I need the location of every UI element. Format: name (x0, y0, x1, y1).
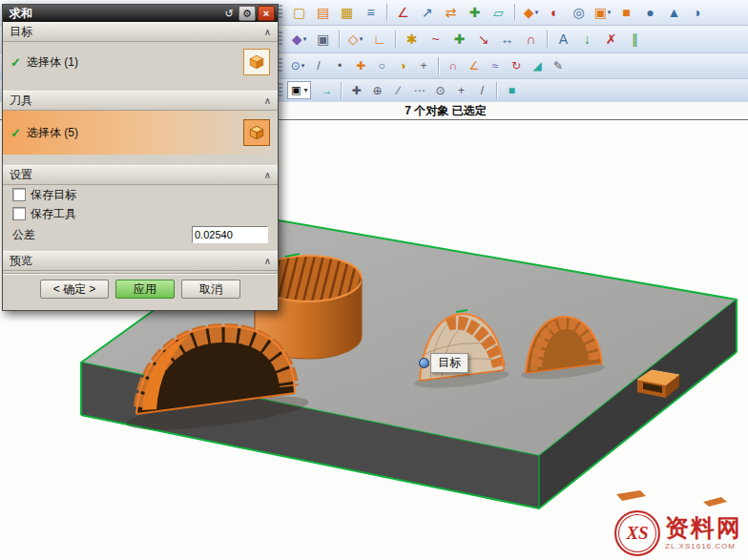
collapse-icon[interactable]: ∧ (264, 95, 271, 106)
collapse-icon[interactable]: ∧ (264, 27, 271, 37)
arc-center-icon[interactable]: ○ (372, 57, 391, 74)
ellipsis-icon[interactable]: ⋯ (409, 82, 428, 99)
arrow-curve-icon[interactable]: ↘ (472, 30, 494, 50)
mirror-curve-icon[interactable]: ↔ (496, 30, 518, 50)
snap-point-icon[interactable]: ⊙▾ (288, 57, 307, 74)
bridge-curve-icon[interactable]: ∩ (520, 30, 542, 50)
group-header-tool[interactable]: 刀具 ∧ (3, 91, 278, 111)
plus-snap-icon[interactable]: + (451, 82, 470, 99)
selection-filter-dropdown[interactable]: ▣ ▾ (287, 81, 311, 99)
toolbar-separator (496, 82, 497, 99)
move-handles-icon[interactable]: ✚ (346, 82, 365, 99)
close-icon[interactable]: × (258, 6, 275, 21)
snap-point-marker (419, 358, 429, 368)
datum-plane-icon[interactable]: ▱ (488, 3, 509, 23)
target-select-row[interactable]: ✓ 选择体 (1) (3, 42, 278, 82)
toolbar-separator (514, 4, 515, 21)
spline-icon[interactable]: ~ (425, 30, 447, 50)
group-label: 设置 (10, 167, 264, 183)
text-icon[interactable]: A (552, 30, 574, 50)
watermark-url: ZL.XS1616.COM (665, 542, 742, 550)
dialog-titlebar[interactable]: 求和 ↺ ⚙ × (3, 5, 278, 22)
hole-icon[interactable]: ◎ (568, 3, 590, 23)
collapse-icon[interactable]: ∧ (264, 256, 271, 266)
block-icon[interactable]: ■ (615, 3, 637, 23)
angle-snap-icon[interactable]: ∠ (465, 57, 484, 74)
table-icon[interactable]: ▦ (336, 3, 358, 23)
tool-select-row[interactable]: ✓ 选择体 (5) (3, 111, 278, 155)
ok-button[interactable]: < 确定 > (40, 280, 109, 299)
toolbar-separator (386, 4, 387, 21)
intersect-curve-icon[interactable]: ✗ (600, 30, 622, 50)
slash-snap-icon[interactable]: / (472, 82, 491, 99)
sheet-icon[interactable]: ▤ (312, 3, 334, 23)
corner-icon[interactable]: ◢ (528, 57, 547, 74)
tolerance-label: 公差 (12, 227, 35, 243)
gear-icon[interactable]: ⚙ (239, 6, 256, 21)
watermark-logo: XS (614, 510, 660, 556)
move-face-icon[interactable]: ↗ (416, 3, 438, 23)
existing-point-icon[interactable]: + (414, 57, 433, 74)
template-icon[interactable]: ▢ (288, 3, 310, 23)
display-mode-icon[interactable]: ◆▾ (288, 30, 310, 50)
end-point-icon[interactable]: / (309, 57, 328, 74)
watermark-name: 资料网 (665, 516, 742, 540)
checkbox-box[interactable] (12, 207, 26, 220)
check-icon: ✓ (10, 55, 21, 70)
datum-csys-icon[interactable]: ∟ (368, 30, 390, 50)
extrude-icon[interactable]: ◆▾ (520, 3, 542, 23)
cylinder-icon[interactable]: ● (639, 3, 661, 23)
toolbar-grip[interactable] (279, 58, 282, 73)
tolerance-input[interactable] (192, 226, 268, 243)
project-curve-icon[interactable]: ↓ (576, 30, 598, 50)
save-target-checkbox[interactable]: 保存目标 (3, 185, 278, 204)
save-tool-checkbox[interactable]: 保存工具 (3, 204, 278, 223)
point-icon[interactable]: ✚ (464, 3, 486, 23)
checkbox-label: 保存工具 (31, 206, 76, 222)
revolve-icon[interactable]: ◐ (544, 3, 566, 23)
mid-point-icon[interactable]: • (330, 57, 349, 74)
checkbox-box[interactable] (12, 188, 26, 201)
watermark: XS 资料网 ZL.XS1616.COM (614, 510, 742, 556)
toolbar-grip[interactable] (279, 83, 282, 98)
key-icon[interactable]: ✱ (401, 30, 423, 50)
cone-icon[interactable]: ▲ (663, 3, 685, 23)
solid-body-icon[interactable]: ■ (502, 82, 521, 99)
chevron-down-icon: ▾ (303, 86, 307, 94)
group-header-preview[interactable]: 预览 ∧ (3, 251, 278, 271)
toolbar-separator (547, 31, 548, 48)
offset-region-icon[interactable]: ⇄ (440, 3, 462, 23)
target-body-label: 选择体 (1) (27, 54, 78, 71)
collapse-icon[interactable]: ∧ (264, 170, 271, 180)
apply-button[interactable]: 应用 (115, 280, 175, 299)
sew-icon[interactable]: ≈ (486, 57, 505, 74)
circle-snap-icon[interactable]: ⊙ (430, 82, 449, 99)
reset-icon[interactable]: ↺ (221, 7, 237, 20)
toolbar-grip[interactable] (279, 31, 282, 47)
pencil-icon[interactable]: ✎ (549, 57, 568, 74)
toolbar-grip[interactable] (279, 5, 282, 20)
unite-icon[interactable]: ▣▾ (592, 3, 613, 23)
section-curve-icon[interactable]: ∥ (624, 30, 646, 50)
group-label: 目标 (10, 24, 264, 40)
layers-icon[interactable]: ≡ (360, 3, 382, 23)
select-tool-body-button[interactable] (243, 119, 270, 146)
toolbar-separator (438, 57, 439, 74)
rotate-handles-icon[interactable]: ⊕ (367, 82, 386, 99)
forward-arrow-icon[interactable]: → (317, 82, 336, 99)
rotate-view-icon[interactable]: ↻ (507, 57, 526, 74)
measure-icon[interactable]: ∠ (392, 3, 414, 23)
torus-icon[interactable]: ◗ (687, 3, 709, 23)
snapshot-icon[interactable]: ▣ (312, 30, 334, 50)
intersection-point-icon[interactable]: ✚ (351, 57, 370, 74)
group-header-target[interactable]: 目标 ∧ (3, 22, 278, 42)
sketch-icon[interactable]: ◇▾ (344, 30, 366, 50)
select-target-body-button[interactable] (243, 49, 270, 75)
cross-curve-icon[interactable]: ✚ (448, 30, 470, 50)
quadrant-point-icon[interactable]: ◑ (393, 57, 412, 74)
tangent-point-icon[interactable]: ∩ (444, 57, 463, 74)
line-snap-icon[interactable]: ∕ (388, 82, 407, 99)
cancel-button[interactable]: 取消 (181, 280, 240, 299)
group-header-settings[interactable]: 设置 ∧ (3, 165, 278, 185)
chevron-down-icon: ▾ (303, 35, 307, 43)
